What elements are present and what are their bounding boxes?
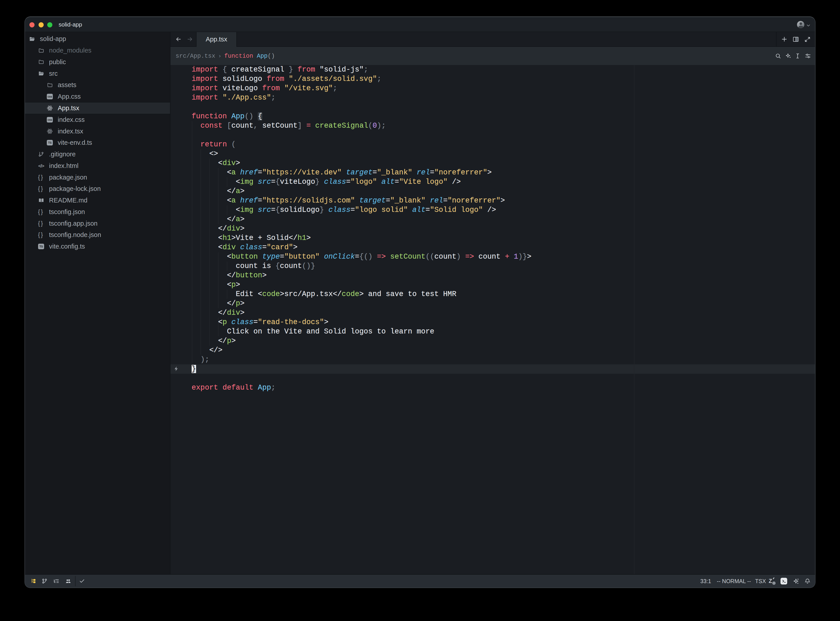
svg-text:Z: Z xyxy=(769,578,772,584)
